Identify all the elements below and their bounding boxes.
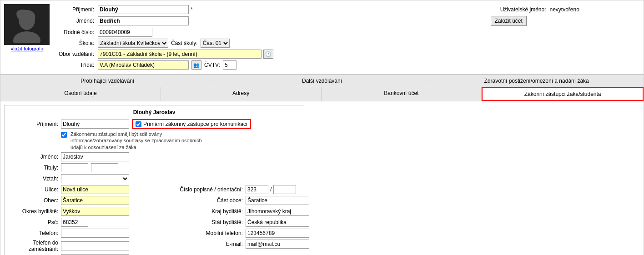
required-mark: *	[191, 6, 193, 13]
primary-checkbox-label: Primární zákonný zástupce pro komunikaci	[143, 121, 247, 127]
tab-probiha[interactable]: Probíhající vzdělávání	[0, 75, 215, 87]
tab-dalsi[interactable]: Další vzdělávání	[215, 75, 430, 87]
form-title: Dlouhý Jaroslav	[8, 109, 300, 115]
tab-bankovni[interactable]: Bankovní účet	[322, 87, 482, 101]
cislo-label: Číslo popisné / orientační:	[170, 186, 243, 193]
username-label: Uživatelské jméno:	[489, 4, 548, 15]
tab-zdravotni[interactable]: Zdravotní postižení/omezení a nadání žák…	[429, 75, 644, 87]
mobilni-label: Mobilní telefon:	[170, 230, 243, 236]
tab-zakonni[interactable]: Zákonní zástupci žáka/studenta	[482, 87, 644, 101]
jmeno-input[interactable]	[98, 16, 189, 25]
svg-point-1	[13, 31, 40, 43]
ulice-input[interactable]	[61, 185, 129, 194]
okres-input[interactable]	[61, 207, 129, 216]
info-checkbox-label: Zákonnému zástupci smějí být sdělovány i…	[70, 131, 207, 150]
okres-label: Okres bydliště:	[8, 208, 58, 215]
email-input[interactable]	[246, 240, 309, 249]
trida-extra-button[interactable]: 👥	[191, 60, 201, 70]
cvtv-input[interactable]	[223, 60, 236, 70]
form-jmeno-input[interactable]	[61, 152, 129, 161]
obec-label: Obec:	[8, 197, 58, 204]
email-label: E-mail:	[170, 241, 243, 247]
obor-input[interactable]	[98, 50, 262, 59]
trida-input[interactable]	[98, 60, 189, 70]
telefon-label: Telefon:	[8, 230, 58, 236]
prijmeni-input[interactable]	[98, 5, 189, 14]
cislo-input[interactable]	[246, 185, 268, 194]
profile-photo	[4, 4, 50, 45]
trida-label: Třída:	[55, 60, 96, 70]
obec-input[interactable]	[61, 196, 129, 205]
primary-checkbox-container: Primární zákonný zástupce pro komunikaci	[132, 119, 251, 129]
username-value: nevytvořeno	[550, 6, 579, 13]
telefon-zam-label: Telefon do zaměstnání:	[8, 240, 58, 252]
cast-skoly-label: Část školy:	[171, 40, 198, 46]
skola-select[interactable]: Základní škola Kvítečkov	[98, 39, 168, 48]
tab-adresy[interactable]: Adresy	[161, 87, 322, 101]
rodne-cislo-input[interactable]	[98, 28, 152, 37]
psc-label: Psč:	[8, 219, 58, 225]
cast-obce-input[interactable]	[246, 196, 309, 205]
telefon-input[interactable]	[61, 229, 129, 238]
cvtv-label: ČVTV:	[204, 62, 220, 68]
psc-input[interactable]	[61, 218, 88, 227]
jmeno-label: Jméno:	[55, 15, 96, 27]
skola-label: Škola:	[55, 38, 96, 49]
form-tituly-label: Tituly:	[8, 165, 58, 171]
zalozit-ucet-button[interactable]: Založit účet	[491, 16, 527, 26]
form-prijmeni-input[interactable]	[61, 120, 129, 129]
obor-label: Obor vzdělání:	[55, 49, 96, 60]
ulice-label: Ulice:	[8, 186, 58, 193]
form-prijmeni-label: Příjmení:	[8, 121, 58, 127]
cislo2-input[interactable]	[273, 185, 296, 194]
stat-input[interactable]	[246, 218, 309, 227]
form-titul1-input[interactable]	[61, 163, 88, 172]
cast-obce-label: Část obce:	[170, 197, 243, 204]
prijmeni-label: Příjmení:	[55, 4, 96, 15]
kraj-label: Kraj bydliště:	[170, 208, 243, 215]
obor-history-button[interactable]: 🕐	[263, 50, 273, 59]
kraj-input[interactable]	[246, 207, 309, 216]
stat-label: Stát bydliště:	[170, 219, 243, 225]
mobilni-input[interactable]	[246, 229, 309, 238]
form-titul2-input[interactable]	[91, 163, 118, 172]
primary-checkbox[interactable]	[136, 121, 141, 127]
cast-skoly-select[interactable]: Část 01	[201, 39, 230, 48]
telefon-zam-input[interactable]	[61, 241, 129, 250]
rodne-cislo-label: Rodné číslo:	[55, 27, 96, 38]
form-vztah-label: Vztah:	[8, 175, 58, 182]
info-checkbox[interactable]	[61, 132, 67, 138]
tab-osobni[interactable]: Osobní údaje	[0, 87, 161, 101]
form-vztah-select[interactable]	[61, 174, 129, 183]
form-jmeno-label: Jméno:	[8, 154, 58, 160]
photo-link[interactable]: vložit fotografii	[4, 46, 50, 51]
